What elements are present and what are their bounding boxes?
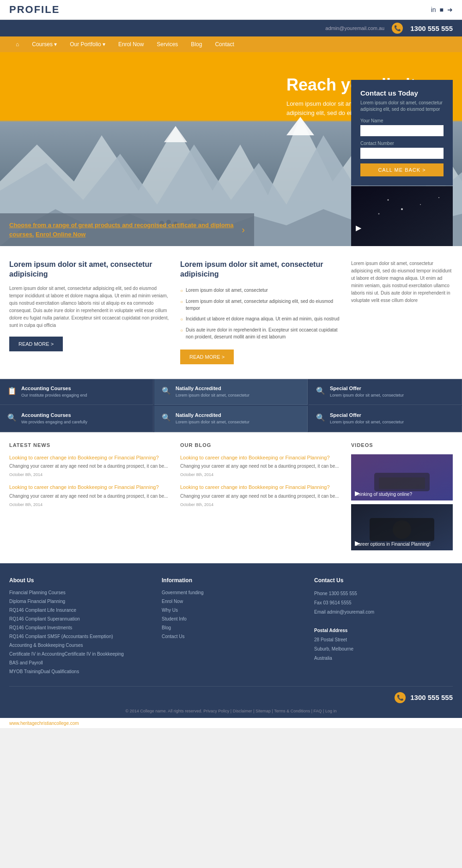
latest-news-title: LATEST NEWS (9, 442, 171, 448)
nav-courses[interactable]: Courses ▾ (25, 36, 63, 52)
feature-text-6: Special Offer Lorem ipsum dolor sit amet… (330, 412, 404, 425)
feature-desc-5: Lorem ipsum dolor sit amet, consectetur (176, 419, 249, 425)
footer-link[interactable]: RQ146 Compliant Superannuation (9, 616, 80, 621)
footer-link[interactable]: Why Us (162, 608, 178, 613)
footer-link[interactable]: Diploma Financial Planning (9, 599, 65, 604)
feature-item-5[interactable]: 🔍 Natially Accredited Lorem ipsum dolor … (154, 406, 308, 432)
feature-item-1[interactable]: 📋 Accounting Courses Our Institute provi… (0, 379, 153, 405)
footer-link[interactable]: Enrol Now (162, 599, 183, 604)
videos-col: VIDEOS ▶ Thinking of studying online? (351, 442, 453, 554)
footer-contact-col: Contact Us Phone 1300 555 555 Fax 03 961… (314, 577, 453, 677)
footer-link[interactable]: RQ146 Compliant Investments (9, 625, 72, 630)
video-card-2[interactable]: ▶ Career options in Financial Planning! (351, 504, 453, 550)
footer-link[interactable]: Financial Planning Courses (9, 590, 66, 595)
phone-label: Contact Number (360, 141, 444, 146)
footer-info-links: Government funding Enrol Now Why Us Stud… (162, 589, 300, 639)
footer-link[interactable]: MYOB TrainingDual Qualifications (9, 669, 79, 674)
footer-link-item: Accounting & Bookkeeping Courses (9, 642, 148, 648)
blog-col: OUR BLOG Looking to career change into B… (180, 442, 342, 554)
footer-link-item: BAS and Payroll (9, 659, 148, 666)
feature-desc-1: Our Institute provides engaging end (21, 392, 87, 398)
footer-link[interactable]: RQ146 Compliant Life Insurance (9, 608, 76, 613)
feature-item-6[interactable]: 🔍 Special Offer Lorem ipsum dolor sit am… (309, 406, 462, 432)
news-link-2[interactable]: Looking to career change into Bookkeepin… (9, 484, 171, 491)
news-link-1[interactable]: Looking to career change into Bookkeepin… (9, 454, 171, 461)
feature-icon-1: 📋 (7, 386, 17, 395)
feature-item-4[interactable]: 🔍 Accounting Courses We provides engagin… (0, 406, 153, 432)
nav-portfolio[interactable]: Our Portfolio ▾ (63, 36, 112, 52)
feature-icon-5: 🔍 (162, 413, 171, 422)
footer-link-item: MYOB TrainingDual Qualifications (9, 668, 148, 675)
linkedin-icon[interactable]: in (431, 6, 436, 13)
form-heading: Contact us Today (360, 89, 444, 97)
footer-link[interactable]: Student Info (162, 616, 187, 621)
video-card-1[interactable]: ▶ Thinking of studying online? (351, 454, 453, 500)
footer-link[interactable]: BAS and Payroll (9, 660, 43, 665)
phone-input[interactable] (360, 148, 444, 159)
video-bg (351, 186, 453, 246)
blog-link-2[interactable]: Looking to career change into Bookkeepin… (180, 484, 342, 491)
footer-phone-number: 1300 555 555 (410, 693, 453, 701)
footer-link[interactable]: Accounting & Bookkeeping Courses (9, 643, 83, 648)
col1-heading: Lorem ipsum dolor sit amet, consectetur … (9, 260, 171, 279)
name-input[interactable] (360, 125, 444, 136)
bottom-url-bar: www.heritagechristiancollege.com (0, 718, 462, 728)
enrol-link[interactable]: Enrol Online Now (36, 231, 85, 238)
footer: About Us Financial Planning Courses Dipl… (0, 563, 462, 718)
footer-about-title: About Us (9, 577, 148, 584)
twitter-icon[interactable]: ➜ (447, 6, 453, 13)
footer-bottom: 📞 1300 555 555 (9, 686, 453, 703)
feature-title-4: Accounting Courses (21, 412, 87, 418)
footer-phone-icon: 📞 (395, 692, 406, 703)
main-nav: ⌂ Courses ▾ Our Portfolio ▾ Enrol Now Se… (0, 36, 462, 52)
feature-icon-4: 🔍 (7, 413, 17, 422)
svg-point-11 (401, 208, 403, 210)
footer-contact-info: Phone 1300 555 555 Fax 03 9614 5555 Emai… (314, 589, 453, 663)
svg-point-12 (388, 199, 389, 201)
footer-link[interactable]: Government funding (162, 590, 204, 595)
footer-link-item: RQ146 Compliant Life Insurance (9, 607, 148, 613)
footer-link[interactable]: RQ146 Compliant SMSF (Accountants Exempt… (9, 634, 113, 639)
footer-link-item: Why Us (162, 607, 300, 613)
feature-title-6: Special Offer (330, 412, 404, 418)
read-more-dark-button[interactable]: READ MORE > (9, 337, 63, 351)
blog-date-2: October 8th, 2014 (180, 502, 213, 507)
news-date-1: October 8th, 2014 (9, 472, 43, 477)
social-icons: in ■ ➜ (431, 6, 453, 13)
news-item-2: Looking to career change into Bookkeepin… (9, 484, 171, 507)
col2-heading: Lorem ipsum dolor sit amet, consectetur … (180, 260, 342, 279)
facebook-icon[interactable]: ■ (440, 6, 444, 13)
call-back-button[interactable]: CALL ME BACK > (360, 163, 444, 176)
footer-link-item: RQ146 Compliant Superannuation (9, 615, 148, 622)
feature-title-5: Natially Accredited (176, 412, 249, 418)
feature-item-3[interactable]: 🔍 Special Offer Lorem ipsum dolor sit am… (309, 379, 462, 405)
nav-contact[interactable]: Contact (208, 36, 240, 52)
nav-enrol[interactable]: Enrol Now (112, 36, 150, 52)
site-url[interactable]: www.heritagechristiancollege.com (9, 721, 79, 726)
nav-services[interactable]: Services (150, 36, 184, 52)
feature-icon-2: 🔍 (162, 386, 171, 395)
features-grid: 📋 Accounting Courses Our Institute provi… (0, 379, 462, 432)
next-arrow[interactable]: › (242, 224, 245, 235)
hero-banner-text: Choose from a range of great products an… (9, 221, 242, 239)
svg-point-13 (420, 204, 421, 205)
read-more-gold-button[interactable]: READ MORE > (180, 350, 234, 364)
feature-text-4: Accounting Courses We provides engaging … (21, 412, 87, 425)
footer-link-item: Enrol Now (162, 598, 300, 604)
content-col3: Lorem ipsum dolor sit amet, consectetur … (351, 260, 453, 364)
footer-link[interactable]: Certificate IV in AccountingCertificate … (9, 651, 124, 657)
feature-title-3: Special Offer (330, 386, 404, 391)
top-bar: PROFILE in ■ ➜ (0, 0, 462, 20)
col1-body: Lorem ipsum dolor sit amet, consectetur … (9, 285, 171, 329)
feature-desc-3: Lorem ipsum dolor sit amet, consectetur (330, 392, 404, 398)
feature-item-2[interactable]: 🔍 Natially Accredited Lorem ipsum dolor … (154, 379, 308, 405)
blog-link-1[interactable]: Looking to career change into Bookkeepin… (180, 454, 342, 461)
nav-home[interactable]: ⌂ (9, 36, 25, 52)
video-thumbnail[interactable]: ▶ Hear what our students have to say! (351, 186, 453, 246)
blog-title: OUR BLOG (180, 442, 342, 448)
footer-link[interactable]: Blog (162, 625, 171, 630)
video-label-2: Career options in Financial Planning! (351, 538, 434, 550)
footer-link[interactable]: Contact Us (162, 634, 184, 639)
nav-blog[interactable]: Blog (184, 36, 208, 52)
feature-title-1: Accounting Courses (21, 386, 87, 391)
